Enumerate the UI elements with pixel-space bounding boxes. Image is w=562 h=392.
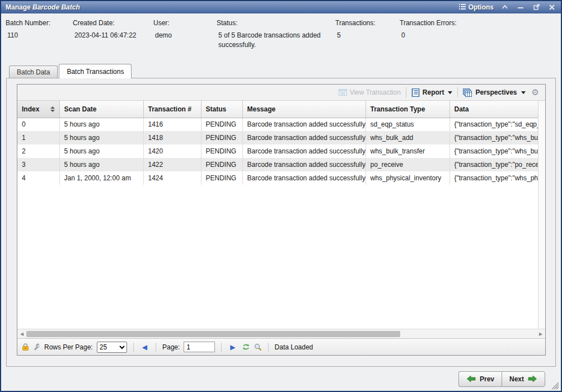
tab-container: Batch Data Batch Transactions View Trans…	[6, 63, 556, 367]
cell-status: PENDING	[201, 144, 242, 158]
close-button[interactable]	[547, 3, 556, 11]
rows-per-page-select[interactable]: 25	[97, 342, 127, 353]
status-field: Status: 5 of 5 Barcode transactions adde…	[217, 19, 335, 63]
cell-status: PENDING	[201, 131, 242, 144]
perspectives-dropdown-caret-icon	[521, 91, 526, 94]
next-label: Next	[509, 375, 524, 383]
scroll-right-arrow-icon[interactable]: ▶	[537, 332, 544, 337]
window-title: Manage Barcode Batch	[6, 3, 80, 11]
tabstrip: Batch Data Batch Transactions	[6, 63, 556, 78]
cell-message: Barcode transaction added successfully.	[242, 144, 366, 158]
chevron-up-icon	[502, 5, 508, 9]
manage-barcode-batch-window: Manage Barcode Batch Options	[0, 0, 562, 392]
table-row[interactable]: 2 5 hours ago 1420 PENDING Barcode trans…	[17, 144, 538, 158]
cell-status: PENDING	[201, 158, 242, 171]
column-header-data[interactable]: Data	[449, 101, 538, 118]
previous-page-arrow-icon[interactable]: ◀	[140, 343, 149, 351]
pager-separator	[268, 343, 269, 352]
page-number-input[interactable]	[184, 342, 215, 352]
grid-status-text: Data Loaded	[275, 343, 313, 351]
cell-scan-date: 5 hours ago	[59, 144, 143, 158]
maximize-button[interactable]	[532, 3, 541, 11]
horizontal-scrollbar-track[interactable]	[25, 330, 537, 338]
table-row[interactable]: 1 5 hours ago 1418 PENDING Barcode trans…	[17, 131, 538, 144]
lock-button[interactable]	[22, 343, 29, 351]
cell-scan-date: 5 hours ago	[59, 131, 143, 144]
pager-separator	[133, 343, 134, 352]
tools-button[interactable]	[33, 343, 40, 351]
horizontal-scrollbar[interactable]: ◀ ▶	[17, 329, 545, 338]
cell-index: 2	[17, 144, 59, 158]
refresh-icon	[242, 343, 250, 351]
view-transaction-button[interactable]: View Transaction	[335, 87, 404, 97]
pagination-bar: Rows Per Page: 25 ◀ Page: ▶	[17, 338, 545, 355]
cell-message: Barcode transaction added successfully.	[242, 171, 366, 185]
column-header-status[interactable]: Status	[201, 101, 242, 118]
batch-number-label: Batch Number:	[6, 19, 73, 27]
grid-settings-gear-icon[interactable]: ⚙	[529, 87, 542, 97]
search-button[interactable]	[254, 343, 262, 351]
toolbar-separator	[457, 87, 458, 97]
cell-status: PENDING	[201, 118, 242, 131]
cell-message: Barcode transaction added successfully.	[242, 158, 366, 171]
cell-transaction-type: whs_bulk_add	[366, 131, 449, 144]
cell-transaction-number: 1422	[143, 158, 201, 171]
report-label: Report	[423, 88, 444, 96]
column-header-scan-date[interactable]: Scan Date	[59, 101, 143, 118]
arrow-left-icon	[466, 375, 476, 382]
maximize-icon	[533, 4, 540, 10]
table-zone: Index Scan Date Transaction # Status Mes…	[17, 101, 545, 329]
refresh-button[interactable]	[242, 343, 250, 351]
resize-grip-icon[interactable]	[552, 382, 559, 390]
status-label: Status:	[217, 19, 335, 27]
column-header-index[interactable]: Index	[17, 101, 59, 118]
options-button[interactable]: Options	[459, 3, 494, 11]
report-button[interactable]: Report	[408, 87, 456, 98]
table-scroll-area: Index Scan Date Transaction # Status Mes…	[17, 101, 538, 329]
column-header-message[interactable]: Message	[242, 101, 366, 118]
perspectives-icon	[463, 88, 472, 97]
pager-separator	[221, 343, 222, 352]
view-transaction-label: View Transaction	[350, 88, 401, 96]
cell-transaction-type: whs_physical_inventory	[366, 171, 449, 185]
perspectives-label: Perspectives	[475, 88, 517, 96]
titlebar: Manage Barcode Batch Options	[1, 1, 561, 13]
sort-icon[interactable]	[50, 106, 55, 112]
column-header-transaction-type[interactable]: Transaction Type	[366, 101, 449, 118]
column-header-transaction-number[interactable]: Transaction #	[143, 101, 201, 118]
next-button[interactable]: Next	[502, 371, 545, 387]
cell-scan-date: 5 hours ago	[59, 158, 143, 171]
collapse-button[interactable]	[500, 3, 509, 11]
minimize-button[interactable]	[516, 3, 525, 11]
cell-transaction-type: po_receive	[366, 158, 449, 171]
pager-separator	[156, 343, 156, 352]
table-row[interactable]: 0 5 hours ago 1416 PENDING Barcode trans…	[17, 118, 538, 131]
horizontal-scrollbar-thumb[interactable]	[26, 331, 400, 337]
tab-batch-transactions[interactable]: Batch Transactions	[59, 64, 132, 78]
footer: Prev Next	[1, 367, 561, 391]
perspectives-button[interactable]: Perspectives	[460, 87, 528, 98]
cell-index: 1	[17, 131, 59, 144]
prev-button[interactable]: Prev	[458, 371, 502, 387]
grid-toolbar: View Transaction Report	[17, 85, 545, 101]
table-row[interactable]: 3 5 hours ago 1422 PENDING Barcode trans…	[17, 158, 538, 171]
transactions-field: Transactions: 5	[335, 19, 400, 63]
next-page-arrow-icon[interactable]: ▶	[228, 343, 237, 351]
cell-index: 0	[17, 118, 59, 131]
tab-batch-data[interactable]: Batch Data	[9, 66, 58, 78]
options-label: Options	[469, 3, 494, 11]
batch-info-panel: Batch Number: 110 Created Date: 2023-04-…	[1, 13, 561, 63]
user-value: demo	[153, 31, 217, 40]
scroll-left-arrow-icon[interactable]: ◀	[18, 332, 25, 337]
prev-label: Prev	[480, 375, 494, 383]
cell-message: Barcode transaction added successfully.	[242, 118, 366, 131]
table-row[interactable]: 4 Jan 1, 2000, 12:00 am 1424 PENDING Bar…	[17, 171, 538, 185]
status-value: 5 of 5 Barcode transactions added succes…	[217, 31, 331, 50]
cell-scan-date: 5 hours ago	[59, 118, 143, 131]
cell-transaction-type: whs_bulk_transfer	[366, 144, 449, 158]
table-empty-area	[17, 185, 538, 329]
titlebar-controls: Options	[459, 3, 556, 11]
minimize-icon	[518, 5, 523, 10]
close-icon	[549, 4, 555, 10]
vertical-scrollbar[interactable]	[538, 101, 545, 329]
